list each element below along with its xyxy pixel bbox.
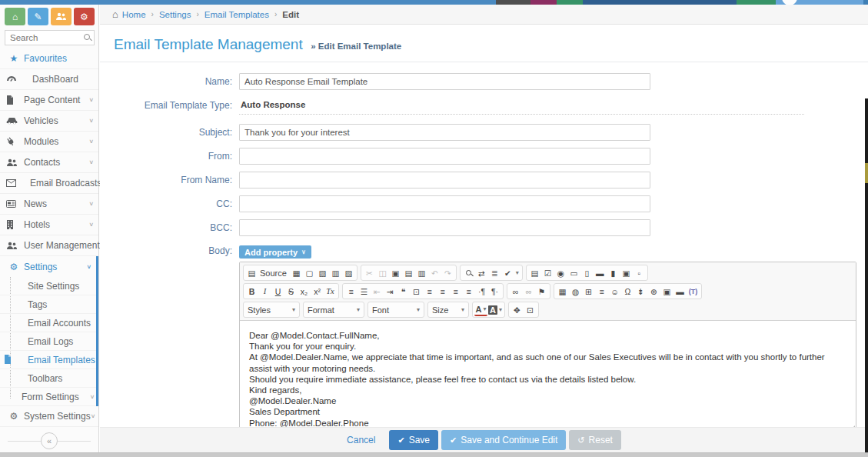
sidebar-item-email-accounts[interactable]: Email Accounts bbox=[0, 314, 96, 332]
horizontal-rule-icon[interactable]: ≡ bbox=[595, 285, 608, 298]
subscript-icon[interactable]: x₂ bbox=[298, 285, 311, 298]
add-property-button[interactable]: Add property ∨ bbox=[239, 245, 311, 259]
link-icon[interactable]: ∞ bbox=[509, 285, 522, 298]
show-blocks-icon[interactable]: ⊡ bbox=[524, 303, 537, 316]
search-input[interactable] bbox=[5, 30, 95, 45]
flash-icon[interactable]: ◍ bbox=[569, 285, 582, 298]
sidebar-item-email-templates[interactable]: Email Templates bbox=[0, 351, 96, 369]
align-right-icon[interactable]: ≡ bbox=[449, 285, 462, 298]
save-icon[interactable]: ▦ bbox=[290, 266, 303, 279]
save-button[interactable]: ✔ Save bbox=[389, 430, 438, 450]
cancel-link[interactable]: Cancel bbox=[347, 435, 375, 445]
paste-icon[interactable]: ▣ bbox=[389, 266, 402, 279]
editor-body[interactable]: Dear @Model.Contact.FullName, Thank you … bbox=[240, 321, 856, 427]
token-icon[interactable]: (T) bbox=[687, 285, 700, 298]
sidebar-item-site-settings[interactable]: Site Settings bbox=[0, 277, 96, 295]
format-dropdown[interactable]: Format ▾ bbox=[303, 302, 364, 318]
blockquote-icon[interactable]: ❝ bbox=[397, 285, 410, 298]
anchor-icon[interactable]: ⚑ bbox=[535, 285, 548, 298]
textarea-icon[interactable]: ▯ bbox=[580, 266, 594, 279]
button-icon[interactable]: ▮ bbox=[607, 266, 620, 279]
underline-icon[interactable]: U bbox=[271, 285, 284, 298]
checkbox-icon[interactable]: ☑ bbox=[541, 266, 554, 279]
new-page-icon[interactable]: ▢ bbox=[303, 266, 316, 279]
text-color-button[interactable]: A▾ bbox=[474, 303, 487, 316]
sidebar-item-modules[interactable]: Modules ∨ bbox=[0, 132, 98, 152]
font-dropdown[interactable]: Font ▾ bbox=[367, 302, 424, 318]
smiley-icon[interactable]: ☺ bbox=[608, 285, 621, 298]
unlink-icon[interactable]: ∞ bbox=[522, 285, 535, 298]
align-left-icon[interactable]: ≡ bbox=[423, 285, 436, 298]
justify-icon[interactable]: ≡ bbox=[462, 285, 475, 298]
name-field[interactable] bbox=[239, 73, 650, 90]
cut-icon[interactable]: ✂ bbox=[363, 266, 376, 279]
sidebar-item-form-settings[interactable]: Form Settings ∨ bbox=[0, 388, 96, 406]
preview-icon[interactable]: ▧ bbox=[316, 266, 329, 279]
media-embed-icon[interactable]: ▣ bbox=[660, 285, 673, 298]
sidebar-item-page-content[interactable]: Page Content ∨ bbox=[0, 90, 98, 111]
video-icon[interactable]: ▬ bbox=[673, 285, 687, 298]
styles-dropdown[interactable]: Styles ▾ bbox=[243, 302, 300, 318]
select-all-icon[interactable]: ≣ bbox=[488, 266, 501, 279]
hidden-field-icon[interactable]: ▫ bbox=[633, 266, 646, 279]
sidebar-item-toolbars[interactable]: Toolbars bbox=[0, 369, 96, 388]
image-button-icon[interactable]: ▣ bbox=[620, 266, 633, 279]
breadcrumb-email-templates[interactable]: Email Templates bbox=[205, 10, 269, 19]
breadcrumb-settings[interactable]: Settings bbox=[159, 10, 191, 19]
div-container-icon[interactable]: ⊡ bbox=[410, 285, 423, 298]
maximize-icon[interactable]: ✥ bbox=[510, 303, 524, 316]
numbered-list-icon[interactable]: ≡ bbox=[344, 285, 358, 298]
spellcheck-icon[interactable]: ✔ bbox=[501, 266, 514, 279]
sidebar-item-hotels[interactable]: Hotels ∨ bbox=[0, 215, 98, 235]
page-break-icon[interactable]: ⇟ bbox=[634, 285, 647, 298]
cc-field[interactable] bbox=[239, 195, 650, 212]
sidebar-item-vehicles[interactable]: Vehicles ∨ bbox=[0, 111, 98, 132]
from-field[interactable] bbox=[239, 148, 650, 165]
text-field-icon[interactable]: ▭ bbox=[567, 266, 580, 279]
save-and-continue-button[interactable]: ✔ Save and Continue Edit bbox=[441, 430, 566, 450]
redo-icon[interactable]: ↷ bbox=[441, 266, 454, 279]
bidi-ltr-icon[interactable]: ·¶ bbox=[475, 285, 488, 298]
background-color-button[interactable]: A▾ bbox=[487, 303, 503, 316]
sidebar-item-dashboard[interactable]: DashBoard bbox=[0, 69, 98, 90]
italic-icon[interactable]: I bbox=[258, 285, 271, 298]
select-field-icon[interactable]: ▬ bbox=[594, 266, 607, 279]
templates-icon[interactable]: ▨ bbox=[342, 266, 355, 279]
home-button[interactable]: ⌂ bbox=[5, 8, 25, 25]
spellcheck-dropdown-arrow[interactable]: ▾ bbox=[514, 266, 520, 279]
sidebar-item-news[interactable]: News ∨ bbox=[0, 194, 98, 215]
settings-button[interactable]: ⚙ bbox=[74, 8, 95, 25]
bullet-list-icon[interactable]: ☰ bbox=[358, 285, 371, 298]
image-icon[interactable]: ▦ bbox=[556, 285, 569, 298]
sidebar-item-system-settings[interactable]: ⚙ System Settings ∨ bbox=[0, 406, 98, 427]
copy-icon[interactable]: ◫ bbox=[376, 266, 389, 279]
bcc-field[interactable] bbox=[239, 219, 650, 236]
remove-format-icon[interactable]: Tx bbox=[324, 285, 337, 298]
sidebar-item-email-broadcasts[interactable]: Email Broadcasts ∨ bbox=[0, 173, 98, 194]
outdent-icon[interactable]: ⇤ bbox=[371, 285, 384, 298]
sidebar-item-settings[interactable]: ⚙ Settings ∨ bbox=[0, 256, 96, 277]
sidebar-item-user-management[interactable]: User Management ∨ bbox=[0, 235, 98, 256]
editor-resize-handle[interactable] bbox=[848, 425, 855, 427]
iframe-icon[interactable]: ⊕ bbox=[647, 285, 660, 298]
users-button[interactable] bbox=[51, 8, 72, 25]
size-dropdown[interactable]: Size ▾ bbox=[427, 302, 469, 318]
sidebar-item-tags[interactable]: Tags bbox=[0, 295, 96, 314]
breadcrumb-home[interactable]: Home bbox=[122, 10, 146, 19]
sidebar-item-email-logs[interactable]: Email Logs bbox=[0, 332, 96, 351]
sidebar-collapse-button[interactable]: « bbox=[41, 432, 58, 449]
undo-icon[interactable]: ↶ bbox=[428, 266, 441, 279]
print-icon[interactable]: ▥ bbox=[329, 266, 342, 279]
edit-button[interactable]: ✎ bbox=[28, 8, 48, 25]
align-center-icon[interactable]: ≡ bbox=[436, 285, 449, 298]
subject-field[interactable] bbox=[239, 124, 650, 141]
paste-text-icon[interactable]: ▤ bbox=[402, 266, 415, 279]
sidebar-item-favourites[interactable]: ★ Favourites bbox=[0, 48, 98, 69]
strikethrough-icon[interactable]: S bbox=[284, 285, 298, 298]
bidi-rtl-icon[interactable]: ¶· bbox=[488, 285, 501, 298]
paste-word-icon[interactable]: ▥ bbox=[415, 266, 428, 279]
special-char-icon[interactable]: Ω bbox=[621, 285, 634, 298]
find-icon[interactable] bbox=[462, 266, 475, 279]
table-icon[interactable]: ⊞ bbox=[582, 285, 595, 298]
source-button[interactable]: ▤ bbox=[245, 266, 258, 279]
